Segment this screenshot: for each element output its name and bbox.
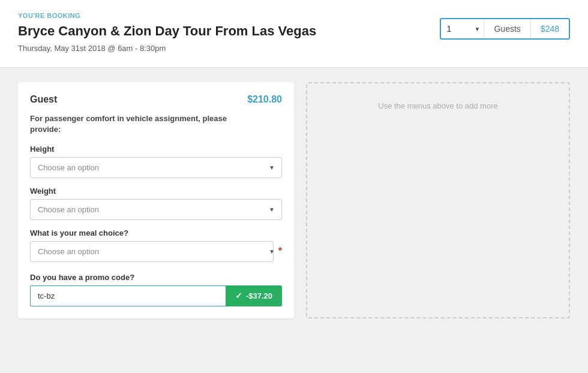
guests-label: Guests — [484, 19, 530, 38]
guest-card-header: Guest $210.80 — [30, 94, 282, 105]
header-section: YOU'RE BOOKING Bryce Canyon & Zion Day T… — [0, 0, 588, 68]
main-content: Guest $210.80 For passenger comfort in v… — [0, 68, 588, 333]
weight-select[interactable]: Choose an option Under 150 lbs 150-200 l… — [30, 199, 282, 220]
promo-checkmark-icon: ✓ — [235, 291, 242, 300]
header-left: YOU'RE BOOKING Bryce Canyon & Zion Day T… — [18, 12, 422, 53]
weight-label: Weight — [30, 186, 282, 195]
height-select[interactable]: Choose an option Under 5'0" 5'0" - 5'5" … — [30, 157, 282, 178]
guests-price: $248 — [531, 19, 569, 38]
guests-select-arrow-icon: ▼ — [471, 21, 484, 37]
meal-label: What is your meal choice? — [30, 228, 282, 237]
meal-field-group: What is your meal choice? Choose an opti… — [30, 228, 282, 262]
add-more-text: Use the menus above to add more — [378, 101, 497, 110]
add-more-panel: Use the menus above to add more — [306, 82, 570, 318]
promo-section: Do you have a promo code? ✓ -$37.20 — [30, 273, 282, 306]
weight-field-group: Weight Choose an option Under 150 lbs 15… — [30, 186, 282, 220]
guests-selector[interactable]: 1 2 3 4 ▼ Guests $248 — [440, 18, 570, 40]
meal-select[interactable]: Choose an option Vegetarian Non-Vegetari… — [30, 241, 274, 262]
height-field-group: Height Choose an option Under 5'0" 5'0" … — [30, 145, 282, 178]
promo-discount-amount: -$37.20 — [246, 291, 272, 300]
tour-title: Bryce Canyon & Zion Day Tour From Las Ve… — [18, 23, 422, 40]
booking-label: YOU'RE BOOKING — [18, 12, 422, 19]
guests-select-input[interactable]: 1 2 3 4 — [441, 19, 471, 38]
tour-date: Thursday, May 31st 2018 @ 6am - 8:30pm — [18, 44, 422, 53]
height-label: Height — [30, 145, 282, 154]
weight-select-wrapper: Choose an option Under 150 lbs 150-200 l… — [30, 199, 282, 220]
guest-card-price: $210.80 — [247, 94, 282, 105]
meal-required-asterisk: * — [278, 246, 282, 257]
header-right: 1 2 3 4 ▼ Guests $248 — [440, 18, 570, 40]
promo-input-wrapper: ✓ -$37.20 — [30, 285, 282, 306]
promo-result: ✓ -$37.20 — [226, 285, 282, 306]
guest-card: Guest $210.80 For passenger comfort in v… — [18, 82, 294, 318]
promo-code-input[interactable] — [30, 285, 226, 306]
guest-card-label: Guest — [30, 94, 57, 105]
comfort-text: For passenger comfort in vehicle assignm… — [30, 113, 282, 135]
comfort-text-strong: For passenger comfort in vehicle assignm… — [30, 114, 227, 134]
meal-select-wrapper: Choose an option Vegetarian Non-Vegetari… — [30, 241, 282, 262]
height-select-wrapper: Choose an option Under 5'0" 5'0" - 5'5" … — [30, 157, 282, 178]
promo-label: Do you have a promo code? — [30, 273, 282, 282]
